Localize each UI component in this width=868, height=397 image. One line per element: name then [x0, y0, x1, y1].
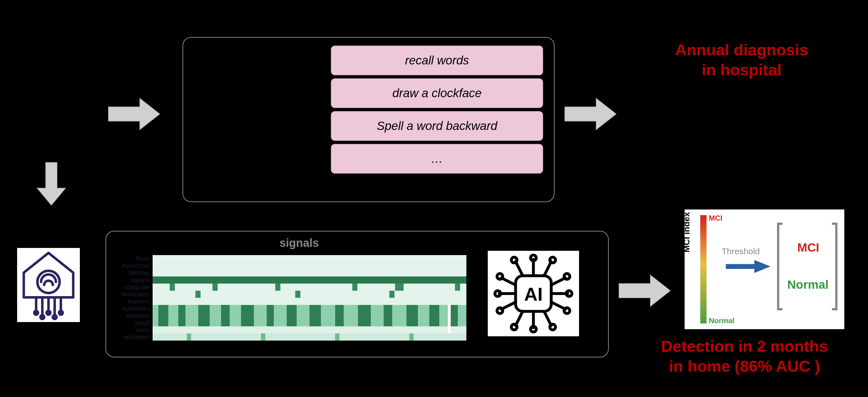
mci-gradient-bar: [700, 215, 707, 324]
svg-rect-42: [153, 326, 466, 333]
test-pill-label: recall words: [405, 54, 469, 67]
svg-rect-36: [390, 291, 395, 298]
svg-rect-25: [406, 305, 418, 326]
heatmap-row-label: wscv: [108, 326, 150, 334]
test-pill-label: …: [431, 152, 443, 166]
svg-point-61: [497, 274, 503, 279]
svg-rect-12: [153, 276, 466, 284]
svg-line-60: [501, 278, 516, 285]
threshold-label: Threshold: [722, 246, 760, 256]
svg-point-63: [497, 308, 503, 313]
svg-rect-14: [158, 305, 168, 326]
heatmap-row-label: linenum: [108, 298, 150, 305]
mci-top-label: MCI: [709, 214, 722, 223]
svg-rect-37: [153, 333, 466, 340]
heatmap-row-label: Rsex: [108, 255, 150, 263]
test-pill: Spell a word backward: [331, 111, 543, 141]
smart-home-icon: [17, 248, 80, 322]
svg-line-62: [501, 302, 516, 309]
svg-line-66: [551, 278, 566, 285]
mci-index-ylabel: MCI index: [682, 195, 691, 269]
arrow-right-top-icon: [105, 94, 163, 134]
svg-rect-17: [221, 305, 229, 326]
svg-rect-32: [395, 284, 404, 291]
svg-point-8: [47, 311, 51, 315]
svg-line-56: [544, 311, 551, 326]
heatmap-row-label: wsstddev: [108, 333, 150, 341]
svg-point-10: [59, 311, 63, 315]
svg-rect-33: [455, 284, 460, 291]
mci-index-panel: MCI index MCI Normal Threshold MCI Norma…: [685, 209, 844, 329]
svg-rect-43: [448, 305, 451, 333]
arrow-down-icon: [34, 160, 68, 208]
svg-rect-24: [384, 305, 392, 326]
svg-rect-39: [261, 333, 265, 340]
output-normal-label: Normal: [787, 278, 829, 292]
svg-rect-26: [429, 305, 439, 326]
threshold-arrow-icon: [723, 258, 772, 275]
signals-heatmap: [153, 255, 466, 340]
smart-home-icon-card: [17, 248, 80, 322]
svg-rect-31: [352, 284, 358, 291]
arrow-right-top2-icon: [562, 94, 619, 134]
heatmap-row-label: Ryrschool: [108, 262, 150, 270]
heatmap-row-label: wsq3: [108, 319, 150, 327]
test-pill: …: [331, 144, 543, 173]
svg-line-68: [551, 302, 566, 309]
svg-rect-34: [195, 291, 200, 298]
svg-point-49: [512, 257, 517, 263]
svg-rect-29: [213, 284, 218, 291]
svg-rect-30: [275, 284, 280, 291]
heatmap-row-label: compuse: [108, 284, 150, 291]
svg-point-57: [550, 324, 556, 330]
arrow-right-bottom-icon: [616, 271, 673, 311]
test-pill-label: draw a clockface: [393, 86, 482, 100]
svg-point-6: [34, 311, 38, 315]
svg-text:AI: AI: [524, 284, 543, 305]
svg-point-55: [512, 324, 517, 330]
signals-label: signals: [280, 236, 319, 250]
svg-rect-38: [187, 333, 191, 340]
annual-diagnosis-caption: Annual diagnosis in hospital: [633, 40, 850, 80]
svg-rect-16: [198, 305, 210, 326]
svg-point-67: [564, 274, 570, 279]
svg-rect-15: [178, 305, 185, 326]
heatmap-row-label: numcsess: [108, 291, 150, 298]
svg-point-9: [53, 315, 57, 319]
svg-line-54: [516, 311, 523, 326]
test-pill: draw a clockface: [331, 78, 543, 108]
svg-point-7: [40, 315, 44, 319]
svg-point-69: [564, 308, 570, 313]
svg-line-48: [516, 262, 523, 276]
mci-bottom-label: Normal: [709, 316, 735, 325]
svg-line-50: [544, 262, 551, 276]
output-mci-label: MCI: [797, 241, 819, 255]
svg-rect-20: [287, 305, 297, 326]
svg-point-51: [550, 257, 556, 263]
svg-rect-21: [309, 305, 321, 326]
svg-rect-19: [267, 305, 274, 326]
svg-rect-41: [409, 333, 413, 340]
heatmap-row-label: numwalks: [108, 305, 150, 312]
svg-rect-22: [335, 305, 344, 326]
svg-rect-40: [335, 333, 339, 340]
svg-rect-35: [295, 291, 300, 298]
ai-icon-card: AI: [488, 251, 579, 336]
output-bracket-icon: [776, 221, 839, 312]
heatmap-row-label: Rethnic: [108, 269, 150, 277]
test-pill: recall words: [331, 45, 543, 75]
test-pill-label: Spell a word backward: [377, 119, 497, 133]
heatmap-row-label: ageyrs: [108, 276, 150, 284]
svg-rect-23: [358, 305, 371, 326]
svg-rect-28: [170, 284, 175, 291]
heatmap-row-label: meanws: [108, 312, 150, 320]
ai-chip-icon: AI: [488, 251, 579, 336]
svg-rect-18: [241, 305, 254, 326]
detection-caption: Detection in 2 months in home (86% AUC ): [633, 336, 856, 376]
